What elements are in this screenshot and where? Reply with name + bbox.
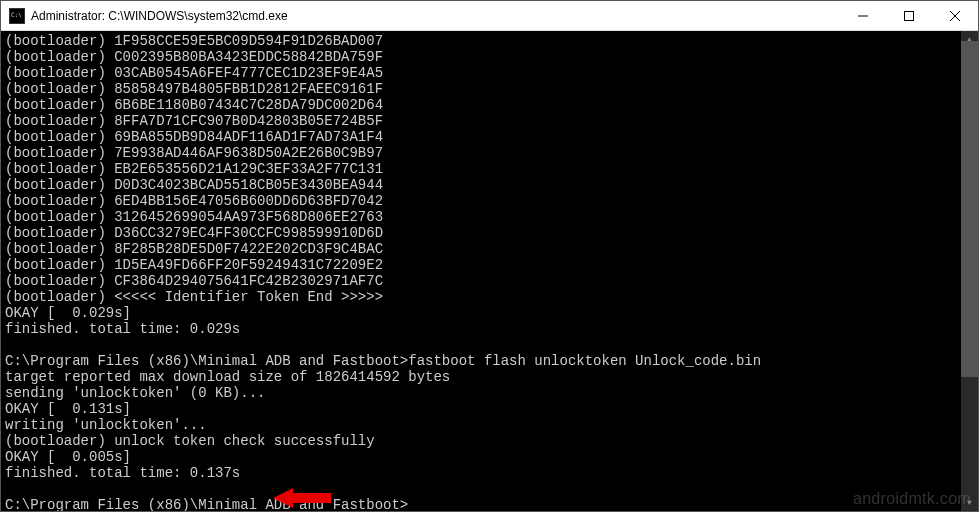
console-line: writing 'unlocktoken'... xyxy=(5,417,974,433)
console-line: (bootloader) 85858497B4805FBB1D2812FAEEC… xyxy=(5,81,974,97)
console-line: (bootloader) 3126452699054AA973F568D806E… xyxy=(5,209,974,225)
cmd-window: Administrator: C:\WINDOWS\system32\cmd.e… xyxy=(0,0,979,512)
vertical-scrollbar[interactable]: ▲ ▼ xyxy=(961,31,978,511)
console-line: (bootloader) 6B6BE1180B07434C7C28DA79DC0… xyxy=(5,97,974,113)
console-line: (bootloader) EB2E653556D21A129C3EF33A2F7… xyxy=(5,161,974,177)
console-line: (bootloader) 1D5EA49FD66FF20F59249431C72… xyxy=(5,257,974,273)
scroll-down-arrow[interactable]: ▼ xyxy=(961,494,978,511)
console-line: sending 'unlocktoken' (0 KB)... xyxy=(5,385,974,401)
console-line: (bootloader) C002395B80BA3423EDDC58842BD… xyxy=(5,49,974,65)
close-button[interactable] xyxy=(932,1,978,30)
console-line: target reported max download size of 182… xyxy=(5,369,974,385)
console-line: finished. total time: 0.029s xyxy=(5,321,974,337)
console-line: (bootloader) 69BA855DB9D84ADF116AD1F7AD7… xyxy=(5,129,974,145)
console-line: finished. total time: 0.137s xyxy=(5,465,974,481)
titlebar[interactable]: Administrator: C:\WINDOWS\system32\cmd.e… xyxy=(1,1,978,31)
console-line xyxy=(5,481,974,497)
console-line: C:\Program Files (x86)\Minimal ADB and F… xyxy=(5,353,974,369)
console-line: (bootloader) <<<<< Identifier Token End … xyxy=(5,289,974,305)
window-title: Administrator: C:\WINDOWS\system32\cmd.e… xyxy=(31,9,840,23)
window-controls xyxy=(840,1,978,30)
console-output[interactable]: (bootloader) 1F958CCE59E5BC09D594F91D26B… xyxy=(1,31,978,511)
maximize-button[interactable] xyxy=(886,1,932,30)
console-line: (bootloader) unlock token check successf… xyxy=(5,433,974,449)
console-line xyxy=(5,337,974,353)
console-line: OKAY [ 0.005s] xyxy=(5,449,974,465)
console-line: (bootloader) CF3864D294075641FC42B230297… xyxy=(5,273,974,289)
console-line: C:\Program Files (x86)\Minimal ADB and F… xyxy=(5,497,974,511)
scrollbar-thumb[interactable] xyxy=(961,41,978,377)
console-line: (bootloader) 7E9938AD446AF9638D50A2E26B0… xyxy=(5,145,974,161)
console-line: (bootloader) 1F958CCE59E5BC09D594F91D26B… xyxy=(5,33,974,49)
console-line: (bootloader) 8FFA7D71CFC907B0D42803B05E7… xyxy=(5,113,974,129)
console-line: (bootloader) 03CAB0545A6FEF4777CEC1D23EF… xyxy=(5,65,974,81)
cmd-icon xyxy=(9,8,25,24)
console-line: (bootloader) 8F285B28DE5D0F7422E202CD3F9… xyxy=(5,241,974,257)
svg-rect-1 xyxy=(905,11,914,20)
console-line: OKAY [ 0.131s] xyxy=(5,401,974,417)
minimize-button[interactable] xyxy=(840,1,886,30)
console-line: (bootloader) D0D3C4023BCAD5518CB05E3430B… xyxy=(5,177,974,193)
console-line: (bootloader) D36CC3279EC4FF30CCFC9985999… xyxy=(5,225,974,241)
console-line: (bootloader) 6ED4BB156E47056B600DD6D63BF… xyxy=(5,193,974,209)
console-line: OKAY [ 0.029s] xyxy=(5,305,974,321)
